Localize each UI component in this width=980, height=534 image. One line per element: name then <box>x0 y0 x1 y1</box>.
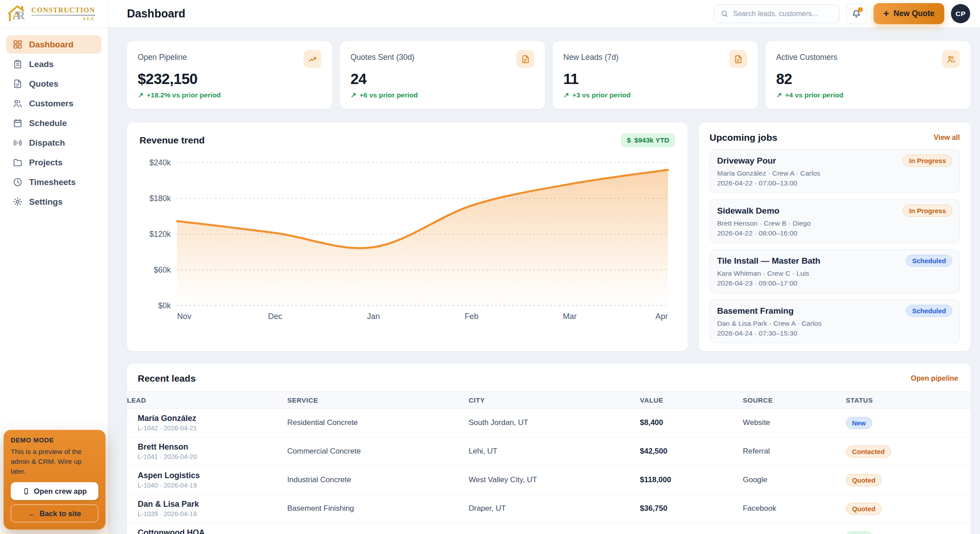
view-all-link[interactable]: View all <box>934 134 960 142</box>
svg-text:$120k: $120k <box>149 230 171 239</box>
job-item[interactable]: Driveway Pour In Progress María González… <box>710 149 960 193</box>
open-pipeline-link[interactable]: Open pipeline <box>911 374 958 383</box>
file-text-icon <box>734 55 743 64</box>
column-header: Source <box>743 392 845 409</box>
avatar[interactable]: CP <box>951 4 970 23</box>
notifications-button[interactable] <box>846 4 867 24</box>
kpi-card: New Leads (7d) 11 ↗ +3 vs prior period <box>553 41 758 109</box>
svg-text:Feb: Feb <box>465 312 478 321</box>
search-input[interactable] <box>733 10 833 18</box>
job-datetime: 2026-04-22 · 08:00–16:00 <box>717 229 952 237</box>
arrow-up-right-icon: ↗ <box>563 91 569 99</box>
sidebar-item[interactable]: Customers <box>6 94 101 113</box>
job-item[interactable]: Sidewalk Demo In Progress Brett Henson ·… <box>710 199 960 243</box>
lead-value: $36,750 <box>640 495 743 523</box>
projects-icon <box>13 157 23 168</box>
middle-row: Revenue trend $ $943k YTD <box>127 122 971 351</box>
lead-status-badge: Quoted <box>846 474 882 486</box>
kpi-delta-text: +4 vs prior period <box>785 91 844 99</box>
kpi-delta-text: +6 vs prior period <box>359 91 418 99</box>
kpi-label: Open Pipeline <box>138 53 187 62</box>
revenue-chart-svg: $0k$60k$120k$180k$240kNovDecJanFebMarApr <box>139 154 675 324</box>
ytd-badge: $ $943k YTD <box>621 133 675 147</box>
dispatch-icon <box>13 138 23 148</box>
brand-name: CONSTRUCTION <box>31 7 95 14</box>
sidebar-item-label: Dispatch <box>29 138 65 148</box>
sidebar-item[interactable]: Settings <box>6 193 101 211</box>
table-row[interactable]: Cottonwood HOA L-1038 · 2026-04-16 Resto… <box>127 523 971 534</box>
demo-mode-title: DEMO MODE <box>11 437 98 444</box>
settings-icon <box>13 197 23 207</box>
leads-icon <box>13 59 23 69</box>
job-datetime: 2026-04-24 · 07:30–15:30 <box>717 329 952 337</box>
lead-value: $21,300 <box>640 523 743 534</box>
lead-status-badge: Quoted <box>846 503 882 515</box>
open-crew-app-button[interactable]: Open crew app <box>11 482 98 500</box>
sidebar-item-label: Quotes <box>29 79 58 89</box>
brand-suffix: LLC <box>31 17 95 21</box>
back-to-site-label: Back to site <box>39 509 81 518</box>
job-status-badge: Scheduled <box>906 255 952 267</box>
kpi-delta-text: +3 vs prior period <box>572 91 631 99</box>
job-item[interactable]: Tile Install — Master Bath Scheduled Kar… <box>710 249 960 293</box>
lead-source: Referral <box>743 523 845 534</box>
lead-value: $42,500 <box>640 437 743 466</box>
sidebar-item[interactable]: Dispatch <box>6 134 101 152</box>
trending-up-icon <box>308 55 317 64</box>
sidebar-item-label: Customers <box>29 99 73 109</box>
lead-city: West Valley City, UT <box>469 466 640 495</box>
job-title: Basement Framing <box>717 306 794 316</box>
lead-status-badge: Won <box>846 531 873 534</box>
lead-source: Referral <box>743 437 845 466</box>
brand-logo: A R CONSTRUCTION LLC <box>0 0 108 28</box>
back-to-site-button[interactable]: ← Back to site <box>11 505 98 522</box>
leads-table-header-row: LeadServiceCityValueSourceStatus <box>127 392 971 409</box>
table-row[interactable]: Dan & Lisa Park L-1039 · 2026-04-18 Base… <box>127 495 971 523</box>
file-text-icon <box>521 55 530 64</box>
sidebar-item[interactable]: Timesheets <box>6 173 101 191</box>
table-row[interactable]: Brett Henson L-1041 · 2026-04-20 Commerc… <box>127 437 971 466</box>
lead-service: Commercial Concrete <box>287 437 469 466</box>
ytd-badge-label: $943k YTD <box>634 136 669 144</box>
kpi-value: 82 <box>776 71 960 88</box>
customers-icon <box>13 98 23 109</box>
kpi-delta: ↗ +6 vs prior period <box>351 91 534 99</box>
lead-name: Brett Henson <box>138 442 284 452</box>
new-quote-label: New Quote <box>894 9 934 18</box>
svg-text:Apr: Apr <box>655 312 668 321</box>
schedule-icon <box>13 118 23 128</box>
lead-meta: L-1040 · 2026-04-19 <box>138 482 284 489</box>
job-item[interactable]: Basement Framing Scheduled Dan & Lisa Pa… <box>710 299 960 343</box>
lead-name: María González <box>138 414 284 423</box>
svg-text:Jan: Jan <box>367 312 380 321</box>
lead-source: Facebook <box>743 495 845 523</box>
table-row[interactable]: Aspen Logistics L-1040 · 2026-04-19 Indu… <box>127 466 971 495</box>
lead-status-badge: New <box>846 417 872 429</box>
new-quote-button[interactable]: + New Quote <box>874 3 944 24</box>
revenue-chart: $0k$60k$120k$180k$240kNovDecJanFebMarApr <box>139 154 675 324</box>
table-row[interactable]: María González L-1042 · 2026-04-21 Resid… <box>127 409 971 437</box>
job-meta: Brett Henson · Crew B · Diego <box>717 219 952 227</box>
dashboard-icon <box>13 39 23 50</box>
lead-city: South Jordan, UT <box>469 409 640 437</box>
job-datetime: 2026-04-23 · 09:00–17:00 <box>717 279 952 287</box>
column-header: Service <box>287 392 469 409</box>
sidebar-item[interactable]: Projects <box>6 153 101 172</box>
house-logo-icon: A R <box>7 4 28 23</box>
main-area: Dashboard + New Quote CP <box>108 0 980 534</box>
sidebar-item[interactable]: Leads <box>6 55 101 73</box>
lead-value: $118,000 <box>640 466 743 495</box>
sidebar-item[interactable]: Dashboard <box>6 35 101 54</box>
kpi-delta: ↗ +4 vs prior period <box>776 91 960 99</box>
job-status-badge: In Progress <box>903 205 952 217</box>
sidebar-item[interactable]: Schedule <box>6 114 101 132</box>
svg-text:R: R <box>17 9 25 22</box>
sidebar-nav: Dashboard Leads <box>0 28 108 211</box>
svg-text:Dec: Dec <box>268 312 283 321</box>
job-meta: María González · Crew A · Carlos <box>717 169 952 177</box>
sidebar-item-label: Schedule <box>29 118 67 128</box>
svg-text:$0k: $0k <box>158 301 171 310</box>
sidebar-item[interactable]: Quotes <box>6 75 101 93</box>
timesheets-icon <box>13 177 23 187</box>
lead-name: Dan & Lisa Park <box>138 500 284 509</box>
